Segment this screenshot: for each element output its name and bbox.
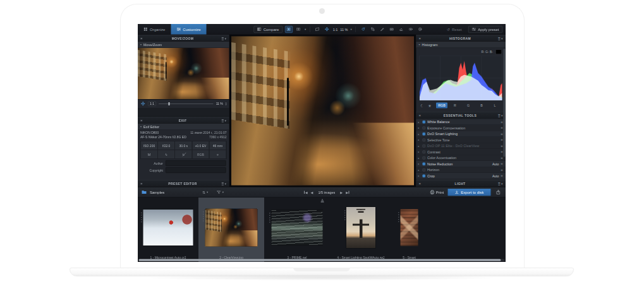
apply-preset-button[interactable]: Apply preset: [468, 26, 502, 33]
channel-g-button[interactable]: G: [463, 103, 474, 109]
tool-settings-icon[interactable]: ≣: [501, 174, 503, 177]
first-image-button[interactable]: ◀: [304, 191, 307, 194]
filmstrip-scrollbar[interactable]: [139, 259, 505, 261]
channel-b-button[interactable]: B: [476, 103, 487, 109]
expand-icon[interactable]: ▸: [418, 145, 421, 148]
view-caret-icon[interactable]: ▾: [305, 28, 306, 31]
move-zoom-section[interactable]: ▾ Move/Zoom: [138, 42, 229, 48]
tool-row-horizon[interactable]: ▸ Horizon ≣: [416, 167, 506, 174]
expand-icon[interactable]: ▸: [418, 133, 421, 136]
tool-checkbox[interactable]: [423, 121, 426, 124]
tool-checkbox[interactable]: [423, 169, 426, 172]
redeye-tool-button[interactable]: [407, 26, 414, 32]
rating-dots[interactable]: •••••: [268, 213, 271, 224]
tool-settings-icon[interactable]: ≣: [501, 145, 503, 148]
rotate-tool-button[interactable]: [360, 26, 367, 32]
export-to-disk-button[interactable]: Export to disk: [447, 189, 491, 196]
tool-row-noise-reduction[interactable]: ▸ Noise Reduction Auto ≣: [416, 161, 506, 167]
navigator-thumbnail[interactable]: [138, 48, 229, 100]
tool-row-selective-tone[interactable]: ▸ Selective Tone ≣: [416, 137, 506, 143]
tool-settings-icon[interactable]: ≣: [501, 138, 503, 141]
tab-customize[interactable]: Customize: [171, 24, 206, 35]
split-view-button[interactable]: [295, 26, 302, 32]
tool-checkbox[interactable]: [423, 145, 426, 148]
filter-button[interactable]: ▾: [217, 190, 224, 194]
expand-icon[interactable]: ▸: [418, 150, 421, 153]
channel-l-button[interactable]: L: [489, 103, 501, 109]
tool-checkbox[interactable]: [423, 157, 426, 160]
tool-row-color-accentuation[interactable]: ▸ Color Accentuation ≣: [416, 155, 506, 162]
histogram-section[interactable]: ▾ Histogram: [416, 42, 506, 48]
expand-icon[interactable]: ▸: [418, 157, 421, 160]
previous-image-button[interactable]: ◀: [311, 191, 313, 194]
image-viewer[interactable]: [229, 35, 416, 187]
thumbnail-image-wood[interactable]: [401, 209, 418, 246]
tool-row-dxo-clearview[interactable]: ▸ DxO OP 11 Elite - DxO ClearView ≣: [416, 143, 506, 150]
thumbnail-image-street[interactable]: [205, 208, 258, 246]
fullscreen-button[interactable]: [314, 26, 321, 32]
film-thumbnail-3[interactable]: ••••• 3 - PRIME.nef: [264, 198, 330, 262]
film-thumbnail-1[interactable]: ••••• 1 - Microcontrast Auto.cr2: [138, 198, 198, 262]
next-image-button[interactable]: ▶: [340, 191, 343, 194]
zoom-slider-thumb[interactable]: [169, 102, 170, 105]
zoom-1-1-button[interactable]: 1:1: [333, 27, 338, 31]
zoom-slider[interactable]: [159, 104, 214, 104]
sort-button[interactable]: ⇅▾: [202, 190, 208, 194]
shadow-clipping-icon[interactable]: ☾: [420, 103, 425, 108]
compare-button[interactable]: Compare: [254, 26, 283, 33]
crop-tool-button[interactable]: [369, 26, 376, 32]
reset-button[interactable]: ↺ Reset: [443, 26, 465, 33]
expand-icon[interactable]: ▸: [418, 174, 421, 177]
channel-rgb-button[interactable]: RGB: [436, 103, 447, 109]
zoom-stepper[interactable]: ▴▾: [226, 102, 227, 105]
expand-icon[interactable]: ▸: [418, 169, 421, 172]
straighten-tool-button[interactable]: [379, 26, 386, 32]
expand-icon[interactable]: ▸: [418, 121, 421, 124]
tab-organize[interactable]: Organize: [138, 24, 171, 35]
tool-row-crop[interactable]: ▸ Crop Auto ≣: [416, 173, 506, 179]
film-thumbnail-5[interactable]: ••••• 5 - Smart: [392, 198, 427, 262]
main-photo[interactable]: [231, 37, 414, 186]
tool-row-white-balance[interactable]: ▸ White Balance ≣: [416, 119, 506, 126]
tool-checkbox[interactable]: [423, 162, 426, 165]
tool-settings-icon[interactable]: ≣: [501, 157, 503, 160]
eraser-tool-button[interactable]: [398, 26, 404, 32]
move-tool-button[interactable]: [324, 26, 331, 32]
print-button[interactable]: Print: [430, 190, 444, 195]
expand-icon[interactable]: ▸: [418, 126, 421, 129]
film-thumbnail-2[interactable]: ••••• 2 - ClearView.jpg: [198, 198, 264, 262]
author-field[interactable]: [166, 160, 226, 166]
zoom-caret-icon[interactable]: ▾: [350, 28, 351, 31]
expand-icon[interactable]: ▸: [418, 138, 421, 141]
zoom-percent-value[interactable]: 11 %: [340, 27, 348, 31]
thumbnail-image-snow[interactable]: [143, 210, 193, 246]
copyright-field[interactable]: [166, 167, 226, 173]
thumbnail-image-waves[interactable]: [272, 210, 323, 245]
highlight-clipping-icon[interactable]: ☀: [427, 103, 432, 108]
tool-settings-icon[interactable]: ≣: [501, 126, 503, 129]
rating-dots[interactable]: •••••: [397, 212, 400, 223]
tool-checkbox[interactable]: [423, 150, 426, 153]
tool-settings-icon[interactable]: ≣: [501, 169, 503, 172]
dust-tool-button[interactable]: [388, 26, 395, 32]
tool-row-exposure-compensation[interactable]: ▸ Exposure Compensation ≣: [416, 125, 506, 131]
pan-tool-button[interactable]: [140, 100, 145, 107]
tool-row-contrast[interactable]: ▸ Contrast ≣: [416, 149, 506, 155]
rating-dots[interactable]: •••••: [140, 212, 143, 223]
thumbnail-image-beach[interactable]: [346, 207, 375, 248]
expand-icon[interactable]: ▸: [418, 162, 421, 165]
single-view-button[interactable]: [285, 26, 293, 33]
tool-settings-icon[interactable]: ≣: [501, 133, 503, 136]
tool-checkbox[interactable]: [423, 133, 426, 136]
last-image-button[interactable]: ▶: [346, 191, 349, 194]
share-button[interactable]: [495, 189, 502, 196]
spot-tool-button[interactable]: [416, 26, 423, 32]
tool-checkbox[interactable]: [423, 126, 426, 129]
channel-r-button[interactable]: R: [449, 103, 461, 109]
tool-checkbox[interactable]: [423, 138, 426, 141]
rating-dots[interactable]: •••••: [202, 211, 205, 223]
film-thumbnail-4[interactable]: ••••• 4 - Smart Lighting SpotWAuto.rw2: [330, 198, 392, 262]
tool-checkbox[interactable]: [423, 174, 426, 177]
exif-editor-section[interactable]: ▾ Exif Editor: [138, 124, 229, 130]
rating-dots[interactable]: •••••: [343, 210, 346, 222]
